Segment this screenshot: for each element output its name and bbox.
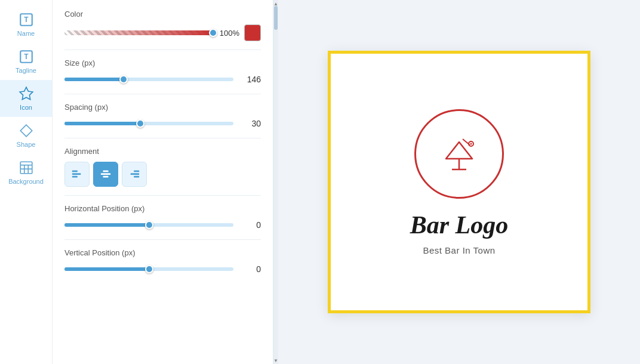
svg-rect-6 [20, 162, 32, 174]
svg-text:T: T [24, 53, 29, 61]
hpos-value: 0 [239, 220, 261, 230]
logo-card: Bar Logo Best Bar In Town [328, 51, 590, 313]
hpos-slider-track [64, 223, 233, 227]
star-icon [19, 86, 34, 101]
align-left-icon [70, 168, 84, 181]
diamond-icon [19, 123, 34, 138]
divider-3 [64, 138, 261, 138]
vpos-label: Vertical Position (px) [64, 248, 261, 257]
sidebar-item-icon[interactable]: Icon [0, 80, 52, 117]
hpos-slider-row: 0 [64, 219, 261, 231]
sidebar-icon-label: Icon [20, 104, 32, 111]
svg-rect-18 [131, 173, 140, 175]
scroll-thumb[interactable] [274, 6, 278, 30]
align-left-button[interactable] [64, 162, 90, 187]
divider-1 [64, 50, 261, 50]
vpos-section: Vertical Position (px) 0 [64, 248, 261, 275]
vpos-slider-thumb[interactable] [145, 265, 153, 273]
color-row: 100% [64, 24, 261, 41]
svg-rect-14 [103, 171, 108, 172]
sidebar-item-shape[interactable]: Shape [0, 117, 52, 154]
vpos-slider-wrapper[interactable] [64, 263, 233, 275]
hpos-slider-thumb[interactable] [145, 221, 153, 229]
size-slider-track [64, 78, 233, 81]
sidebar: T Name T Tagline Icon Shape Background [0, 0, 53, 364]
svg-marker-4 [20, 87, 33, 100]
vpos-slider-fill [64, 267, 149, 271]
sidebar-background-label: Background [8, 178, 44, 185]
svg-rect-16 [103, 176, 108, 178]
align-right-icon [128, 168, 141, 181]
size-label: Size (px) [64, 58, 261, 67]
spacing-slider-fill [64, 122, 140, 125]
scroll-down-arrow[interactable]: ▼ [273, 357, 278, 364]
svg-rect-17 [134, 171, 139, 172]
svg-rect-13 [72, 176, 78, 178]
svg-rect-11 [72, 171, 78, 172]
vpos-slider-row: 0 [64, 263, 261, 275]
svg-text:T: T [24, 16, 29, 24]
color-slider-track[interactable] [64, 30, 213, 35]
text-t-tagline-icon: T [19, 49, 34, 64]
align-right-button[interactable] [122, 162, 147, 187]
svg-marker-5 [20, 125, 32, 137]
hpos-slider-fill [64, 223, 149, 227]
logo-subtitle: Best Bar In Town [423, 245, 495, 255]
svg-rect-15 [101, 173, 111, 175]
size-slider-wrapper[interactable] [64, 73, 233, 85]
color-slider-thumb[interactable] [209, 29, 217, 37]
sidebar-item-name[interactable]: T Name [0, 6, 52, 43]
color-swatch[interactable] [244, 24, 261, 41]
sidebar-shape-label: Shape [17, 141, 36, 148]
logo-icon-circle [414, 109, 504, 199]
size-slider-fill [64, 78, 124, 81]
spacing-label: Spacing (px) [64, 103, 261, 112]
sidebar-tagline-label: Tagline [16, 67, 36, 74]
hpos-label: Horizontal Position (px) [64, 204, 261, 213]
spacing-slider-wrapper[interactable] [64, 118, 233, 129]
svg-rect-19 [134, 176, 139, 178]
color-section: Color 100% [64, 10, 261, 41]
spacing-slider-track [64, 122, 233, 125]
hpos-section: Horizontal Position (px) 0 [64, 204, 261, 231]
hpos-slider-wrapper[interactable] [64, 219, 233, 231]
size-value: 146 [239, 75, 261, 84]
color-percent: 100% [218, 29, 239, 38]
sidebar-item-tagline[interactable]: T Tagline [0, 43, 52, 80]
svg-rect-12 [72, 173, 81, 175]
align-center-icon [99, 168, 112, 181]
sidebar-item-background[interactable]: Background [0, 154, 52, 191]
color-label: Color [64, 10, 261, 18]
vpos-slider-track [64, 267, 233, 271]
vpos-value: 0 [239, 264, 261, 274]
alignment-label: Alignment [64, 147, 261, 156]
properties-panel: Color 100% Size (px) 146 Spacing (px) [53, 0, 273, 364]
size-slider-row: 146 [64, 73, 261, 85]
sidebar-name-label: Name [17, 30, 35, 37]
cocktail-icon [429, 124, 489, 184]
logo-title: Bar Logo [410, 211, 509, 239]
size-slider-thumb[interactable] [119, 75, 128, 84]
spacing-slider-row: 30 [64, 118, 261, 129]
divider-4 [64, 195, 261, 196]
canvas-area: Bar Logo Best Bar In Town [278, 0, 640, 364]
bg-icon [19, 160, 34, 175]
divider-2 [64, 94, 261, 94]
alignment-row [64, 162, 261, 187]
spacing-slider-thumb[interactable] [136, 119, 144, 128]
size-section: Size (px) 146 [64, 58, 261, 85]
text-t-icon: T [19, 12, 34, 27]
alignment-section: Alignment [64, 147, 261, 187]
align-center-button[interactable] [93, 162, 118, 187]
scroll-bar: ▲ ▼ [273, 0, 278, 364]
divider-5 [64, 239, 261, 240]
spacing-value: 30 [239, 119, 261, 128]
svg-point-25 [470, 143, 472, 144]
spacing-section: Spacing (px) 30 [64, 103, 261, 129]
